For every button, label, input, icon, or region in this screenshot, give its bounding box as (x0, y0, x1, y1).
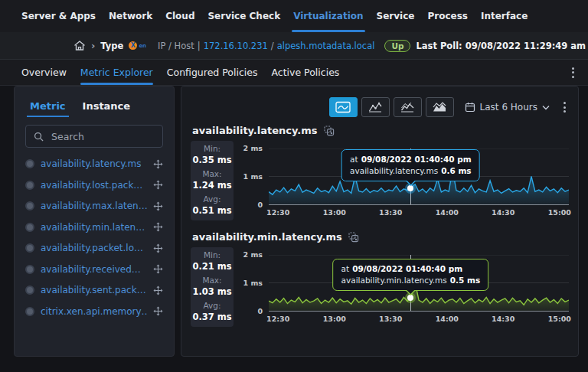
min-value: 0.21 ms (192, 261, 232, 272)
drag-handle-icon[interactable] (153, 180, 163, 190)
multi-line-chart-button[interactable] (394, 97, 422, 117)
chart-title: availability.latency.ms (192, 125, 318, 136)
nav-item-server-apps[interactable]: Server & Apps (21, 0, 96, 32)
content-area: Metric Instance availability.latency.ms … (0, 86, 588, 372)
tab-overview[interactable]: Overview (21, 60, 67, 85)
search-icon (34, 132, 44, 142)
metric-item[interactable]: citrix.xen.api.memory… (25, 306, 163, 317)
top-navigation: Server & Apps Network Cloud Service Chec… (0, 0, 588, 32)
drag-handle-icon[interactable] (153, 264, 163, 274)
metric-sidebar: Metric Instance availability.latency.ms … (14, 86, 175, 357)
time-range-label: Last 6 Hours (480, 102, 537, 113)
nav-item-network[interactable]: Network (109, 0, 152, 32)
metric-bullet-icon (25, 181, 34, 190)
chart-block-min-latency: availability.min.latency.ms Min: 0.21 ms… (191, 231, 569, 327)
host-ip-link[interactable]: 172.16.10.231 (204, 41, 268, 51)
metric-bullet-icon (25, 243, 34, 253)
min-value: 0.35 ms (192, 155, 232, 165)
max-value: 1.24 ms (192, 180, 232, 191)
metric-bullet-icon (25, 223, 34, 232)
chart-block-latency: availability.latency.ms Min: 0.35 ms Max… (191, 125, 569, 220)
xen-logo-badge: X en (129, 41, 146, 50)
max-value: 1.03 ms (192, 286, 232, 297)
chart-tooltip: at09/08/2022 01:40:40 pm availability.mi… (333, 259, 489, 291)
last-poll-value: 09/08/2022 11:29:49 am (466, 41, 586, 51)
clone-widget-icon[interactable] (324, 126, 335, 136)
calendar-icon (465, 102, 475, 113)
area-chart-button[interactable] (329, 97, 358, 117)
status-badge: Up (384, 40, 410, 52)
time-range-selector[interactable]: Last 6 Hours (465, 102, 550, 113)
line-chart-button[interactable] (361, 97, 390, 117)
stats-box: Min: 0.21 ms Max: 1.03 ms Avg: 0.37 ms (191, 247, 234, 327)
tab-configured-policies[interactable]: Configured Policies (167, 60, 258, 85)
chart-plot[interactable]: at09/08/2022 01:40:40 pm availability.mi… (269, 255, 569, 312)
x-axis: 12:3013:0013:3014:0014:3015:00 (269, 315, 569, 327)
chart-tooltip: at09/08/2022 01:40:40 pm availability.la… (341, 149, 480, 181)
metric-item[interactable]: availability.packet.lo… (25, 243, 163, 253)
metric-item[interactable]: availability.max.laten… (25, 201, 163, 211)
host-info-bar: › Type X en IP / Host | 172.16.10.231 / … (0, 32, 588, 60)
chevron-down-icon (542, 105, 550, 110)
nav-item-service-check[interactable]: Service Check (207, 0, 280, 32)
app-window: Server & Apps Network Cloud Service Chec… (0, 0, 588, 372)
metric-bullet-icon (25, 159, 34, 168)
drag-handle-icon[interactable] (153, 306, 163, 316)
avg-value: 0.51 ms (192, 205, 232, 216)
metric-bullet-icon (25, 265, 34, 274)
home-icon[interactable] (74, 40, 86, 51)
nav-item-service[interactable]: Service (377, 0, 415, 32)
hostname-link[interactable]: alpesh.motadata.local (277, 41, 375, 51)
clone-widget-icon[interactable] (348, 232, 359, 243)
drag-handle-icon[interactable] (153, 201, 163, 211)
stacked-area-chart-button[interactable] (426, 97, 454, 117)
y-axis: 2 ms1 ms0 (241, 148, 266, 205)
metric-bullet-icon (25, 286, 34, 295)
tab-metric-explorer[interactable]: Metric Explorer (80, 60, 153, 85)
page-tabs: Overview Metric Explorer Configured Poli… (0, 60, 588, 86)
metric-item[interactable]: availability.latency.ms (25, 158, 163, 169)
chart-plot[interactable]: at09/08/2022 01:40:40 pm availability.la… (269, 148, 569, 205)
sidebar-tab-metric[interactable]: Metric (30, 94, 66, 117)
ip-host-group: IP / Host | 172.16.10.231 / alpesh.motad… (158, 41, 374, 51)
drag-handle-icon[interactable] (153, 286, 163, 295)
last-poll: Last Poll: 09/08/2022 11:29:49 am (416, 41, 586, 51)
nav-item-process[interactable]: Process (427, 0, 468, 32)
x-axis: 12:3013:0013:3014:0014:3015:00 (269, 208, 569, 220)
tab-active-policies[interactable]: Active Policies (271, 60, 339, 85)
search-input[interactable] (50, 130, 172, 143)
search-box[interactable] (25, 125, 163, 148)
drag-handle-icon[interactable] (153, 222, 163, 232)
metric-explorer-panel: Last 6 Hours availability.latency.ms (181, 86, 579, 357)
nav-item-cloud[interactable]: Cloud (165, 0, 194, 32)
chart-title: availability.min.latency.ms (192, 231, 342, 243)
nav-item-interface[interactable]: Interface (481, 0, 528, 32)
metric-item[interactable]: availability.lost.pack… (25, 180, 163, 191)
drag-handle-icon[interactable] (153, 159, 163, 169)
metric-list: availability.latency.ms availability.los… (25, 158, 163, 317)
ip-host-label: IP / Host (158, 41, 194, 51)
chart-kebab-menu-icon[interactable] (560, 99, 569, 116)
metric-bullet-icon (25, 307, 34, 316)
metric-item[interactable]: availability.received… (25, 264, 163, 275)
sidebar-tab-instance[interactable]: Instance (83, 94, 131, 117)
chart-toolbar: Last 6 Hours (191, 96, 569, 119)
drag-handle-icon[interactable] (153, 243, 163, 253)
nav-item-virtualization[interactable]: Virtualization (293, 0, 363, 32)
avg-value: 0.37 ms (192, 312, 232, 322)
y-axis: 2 ms1 ms0 (241, 255, 266, 312)
stats-box: Min: 0.35 ms Max: 1.24 ms Avg: 0.51 ms (191, 141, 234, 220)
tabs-kebab-menu-icon[interactable] (569, 64, 577, 81)
breadcrumb-chevron-icon: › (91, 40, 95, 51)
breadcrumb-type-label: Type (100, 41, 123, 51)
metric-item[interactable]: availability.min.laten… (25, 222, 163, 233)
metric-bullet-icon (25, 201, 34, 210)
metric-item[interactable]: availability.sent.pack… (25, 285, 163, 295)
